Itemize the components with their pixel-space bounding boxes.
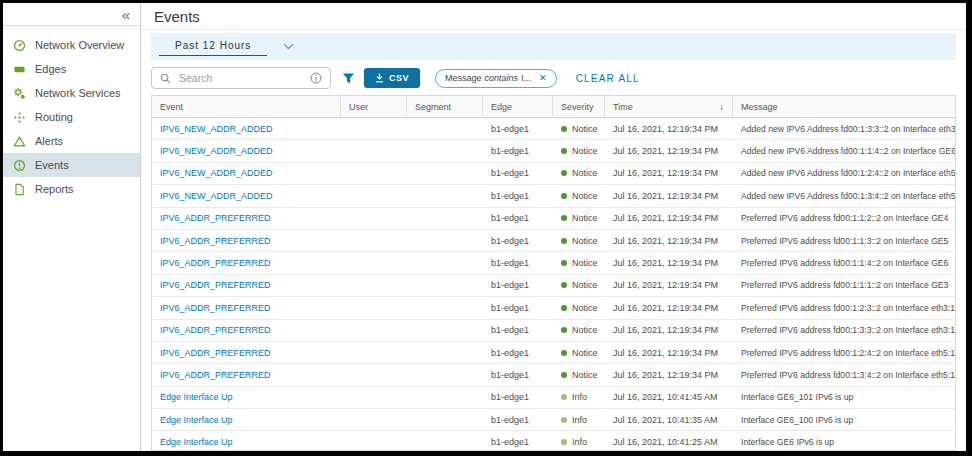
edge-cell: b1-edge1: [483, 325, 553, 335]
severity-dot-icon: [561, 260, 567, 266]
sidebar-collapse-icon[interactable]: «: [122, 7, 130, 22]
time-cell: Jul 16, 2021, 12:19:34 PM: [605, 146, 733, 156]
title-bar: Events: [141, 3, 966, 30]
sidebar-item-reports[interactable]: Reports: [3, 177, 140, 201]
message-cell: Preferred IPV6 address fd00:1:2:4::2 on …: [733, 348, 955, 358]
severity-cell: Notice: [553, 348, 605, 358]
event-cell: IPV6_ADDR_PREFERRED: [152, 303, 341, 313]
table-row: Edge Interface Up b1-edge1 Info Jul 16, …: [152, 409, 955, 431]
time-cell: Jul 16, 2021, 10:41:25 AM: [605, 437, 733, 447]
sidebar-item-label: Edges: [35, 63, 66, 75]
severity-dot-icon: [561, 372, 567, 378]
severity-label: Notice: [572, 303, 598, 313]
edge-cell: b1-edge1: [483, 415, 553, 425]
event-link[interactable]: IPV6_NEW_ADDR_ADDED: [160, 191, 273, 201]
sidebar-item-edges[interactable]: Edges: [3, 57, 140, 81]
filter-funnel-icon[interactable]: [342, 72, 355, 85]
table-row: IPV6_ADDR_PREFERRED b1-edge1 Notice Jul …: [152, 275, 955, 297]
sidebar-item-network-overview[interactable]: Network Overview: [3, 33, 140, 57]
severity-cell: Notice: [553, 280, 605, 290]
table-row: IPV6_NEW_ADDR_ADDED b1-edge1 Notice Jul …: [152, 140, 955, 162]
filter-chip-message[interactable]: Message contains I... ✕: [435, 69, 557, 88]
edge-cell: b1-edge1: [483, 348, 553, 358]
column-header-time[interactable]: Time ↓: [605, 96, 733, 117]
severity-cell: Notice: [553, 370, 605, 380]
event-cell: IPV6_NEW_ADDR_ADDED: [152, 191, 341, 201]
sort-desc-arrow-icon[interactable]: ↓: [719, 102, 724, 112]
edge-cell: b1-edge1: [483, 146, 553, 156]
event-cell: IPV6_ADDR_PREFERRED: [152, 213, 341, 223]
sidebar-item-network-services[interactable]: Network Services: [3, 81, 140, 105]
sidebar-item-alerts[interactable]: Alerts: [3, 129, 140, 153]
event-cell: Edge Interface Up: [152, 437, 341, 447]
time-cell: Jul 16, 2021, 12:19:34 PM: [605, 168, 733, 178]
event-link[interactable]: IPV6_NEW_ADDR_ADDED: [160, 124, 273, 134]
column-header-severity[interactable]: Severity: [553, 96, 605, 117]
event-link[interactable]: IPV6_ADDR_PREFERRED: [160, 213, 271, 223]
close-icon[interactable]: ✕: [539, 73, 547, 83]
event-link[interactable]: IPV6_ADDR_PREFERRED: [160, 258, 271, 268]
search-input[interactable]: [177, 71, 304, 85]
severity-dot-icon: [561, 282, 567, 288]
event-link[interactable]: IPV6_NEW_ADDR_ADDED: [160, 168, 273, 178]
table-row: IPV6_NEW_ADDR_ADDED b1-edge1 Notice Jul …: [152, 118, 955, 140]
message-cell: Preferred IPV6 address fd00:1:2:3::2 on …: [733, 303, 955, 313]
column-header-edge[interactable]: Edge: [483, 96, 553, 117]
severity-label: Info: [572, 437, 587, 447]
table-row: IPV6_ADDR_PREFERRED b1-edge1 Notice Jul …: [152, 252, 955, 274]
severity-cell: Notice: [553, 168, 605, 178]
event-link[interactable]: IPV6_NEW_ADDR_ADDED: [160, 146, 273, 156]
routing-icon: [13, 111, 26, 124]
time-range-dropdown[interactable]: Past 12 Hours: [159, 38, 294, 56]
page-title: Events: [154, 8, 200, 25]
edge-cell: b1-edge1: [483, 258, 553, 268]
table-row: Edge Interface Up b1-edge1 Info Jul 16, …: [152, 387, 955, 409]
edge-cell: b1-edge1: [483, 280, 553, 290]
table-row: IPV6_ADDR_PREFERRED b1-edge1 Notice Jul …: [152, 208, 955, 230]
info-circle-icon[interactable]: [310, 72, 322, 84]
time-cell: Jul 16, 2021, 12:19:34 PM: [605, 191, 733, 201]
event-link[interactable]: Edge Interface Up: [160, 437, 233, 447]
message-cell: Added new IPV6 Address fd00:1:3:4::2 on …: [733, 191, 955, 201]
severity-label: Notice: [572, 348, 598, 358]
filter-chip-value: I...: [521, 73, 531, 83]
event-link[interactable]: Edge Interface Up: [160, 392, 233, 402]
severity-dot-icon: [561, 238, 567, 244]
event-link[interactable]: IPV6_ADDR_PREFERRED: [160, 280, 271, 290]
sidebar-item-label: Reports: [35, 183, 74, 195]
severity-label: Notice: [572, 168, 598, 178]
column-header-user[interactable]: User: [341, 96, 407, 117]
column-header-message[interactable]: Message: [733, 96, 955, 117]
edge-cell: b1-edge1: [483, 191, 553, 201]
severity-dot-icon: [561, 305, 567, 311]
sidebar-item-label: Events: [35, 159, 69, 171]
severity-dot-icon: [561, 350, 567, 356]
event-link[interactable]: IPV6_ADDR_PREFERRED: [160, 348, 271, 358]
csv-export-button[interactable]: CSV: [364, 68, 420, 88]
event-link[interactable]: IPV6_ADDR_PREFERRED: [160, 325, 271, 335]
message-cell: Preferred IPV6 address fd00:1:1:4::2 on …: [733, 258, 955, 268]
severity-dot-icon: [561, 394, 567, 400]
message-cell: Preferred IPV6 address fd00:1:1:3::2 on …: [733, 236, 955, 246]
column-header-event[interactable]: Event: [152, 96, 341, 117]
sidebar-item-routing[interactable]: Routing: [3, 105, 140, 129]
events-icon: [13, 159, 26, 172]
column-header-segment[interactable]: Segment: [407, 96, 483, 117]
clear-all-button[interactable]: CLEAR ALL: [576, 73, 640, 84]
table-row: IPV6_ADDR_PREFERRED b1-edge1 Notice Jul …: [152, 342, 955, 364]
event-cell: IPV6_NEW_ADDR_ADDED: [152, 124, 341, 134]
table-row: IPV6_ADDR_PREFERRED b1-edge1 Notice Jul …: [152, 230, 955, 252]
event-link[interactable]: IPV6_ADDR_PREFERRED: [160, 370, 271, 380]
event-link[interactable]: IPV6_ADDR_PREFERRED: [160, 236, 271, 246]
search-icon: [160, 73, 171, 84]
severity-cell: Notice: [553, 146, 605, 156]
severity-dot-icon: [561, 439, 567, 445]
event-link[interactable]: IPV6_ADDR_PREFERRED: [160, 303, 271, 313]
edge-cell: b1-edge1: [483, 213, 553, 223]
toolbar: CSV Message contains I... ✕ CLEAR ALL: [151, 66, 956, 90]
sidebar-item-events[interactable]: Events: [3, 153, 140, 177]
message-cell: Interface GE6_100 IPv6 is up: [733, 415, 955, 425]
filter-chip-field: Message: [445, 73, 482, 83]
table-header-row: Event User Segment Edge Severity Time ↓ …: [152, 96, 955, 118]
event-link[interactable]: Edge Interface Up: [160, 415, 233, 425]
